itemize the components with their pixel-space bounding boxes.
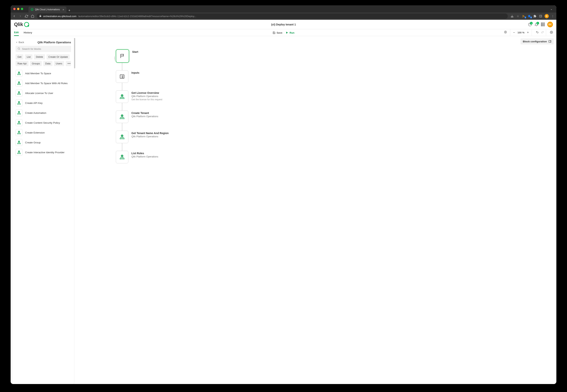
traffic-lights	[13, 8, 23, 10]
window-maximize[interactable]	[21, 8, 23, 10]
flow-node[interactable]: Get License Overview Qlik Platform Opera…	[116, 90, 169, 103]
node-box[interactable]	[116, 70, 128, 83]
flow-node[interactable]: List Roles Qlik Platform Operations	[116, 151, 169, 163]
node-box[interactable]	[116, 151, 128, 163]
chip-raw-api[interactable]: Raw Api	[15, 61, 28, 66]
node-title: Create Tenant	[131, 111, 158, 115]
block-label: Add Member To Space With All Roles	[25, 82, 68, 85]
flow-node[interactable]: Create Tenant Qlik Platform Operations	[116, 111, 169, 123]
url-domain: orchestration.eu.qlikcloud.com	[43, 15, 77, 18]
qpo-icon	[15, 149, 22, 156]
block-item[interactable]: Create Content Security Policy	[15, 118, 71, 128]
connector-line	[122, 103, 122, 111]
tab-strip: Qlik Cloud | Automations × +	[28, 5, 72, 13]
chip-create-or-update[interactable]: Create Or Update	[46, 54, 70, 59]
sidebar-title: Qlik Platform Operations	[37, 41, 71, 44]
canvas[interactable]: Block configuration ⋮⋮⋮⋮⋮⋮ Start Inputs …	[74, 36, 249, 172]
chip-users[interactable]: Users	[54, 61, 64, 66]
tab-favicon-icon	[31, 8, 33, 11]
tab-title: Qlik Cloud | Automations	[35, 8, 60, 11]
connector-line	[122, 123, 122, 131]
connector-line	[122, 63, 122, 70]
browser-tab-active[interactable]: Qlik Cloud | Automations ×	[28, 6, 67, 13]
app-toolbar: Edit History Save Run − 100 % +	[11, 29, 249, 36]
back-label: Back	[19, 41, 24, 44]
block-item[interactable]: Create Extension	[15, 128, 71, 138]
node-title: Start	[132, 50, 138, 54]
node-title: Get Tenant Name And Region	[131, 131, 169, 135]
chevron-left-icon	[15, 41, 18, 43]
block-label: Create Content Security Policy	[25, 121, 60, 124]
chip-more[interactable]: •••	[66, 61, 71, 66]
block-item[interactable]: Create Interactive Identity Provider	[15, 147, 71, 157]
new-tab-button[interactable]: +	[67, 9, 72, 13]
chip-list[interactable]: List	[25, 54, 32, 59]
node-title: Inputs	[131, 71, 139, 74]
block-item[interactable]: Add Member To Space With All Roles	[15, 78, 71, 88]
qpo-icon	[15, 90, 22, 97]
address-bar[interactable]: orchestration.eu.qlikcloud.com/automatio…	[37, 14, 249, 19]
block-list[interactable]: Add Member To Space Add Member To Space …	[13, 68, 74, 172]
nav-back-icon[interactable]	[13, 14, 16, 18]
block-label: Add Member To Space	[25, 72, 51, 75]
flow-node[interactable]: Get Tenant Name And Region Qlik Platform…	[116, 131, 169, 143]
nav-forward-icon[interactable]	[19, 14, 22, 18]
url-path: /automations/editor/36e3cdc0-d94c-11ed-b…	[78, 15, 196, 18]
search-input[interactable]	[15, 46, 71, 52]
block-item[interactable]: Create API Key	[15, 98, 71, 108]
lock-icon	[39, 15, 41, 18]
node-connector-label: Qlik Platform Operations	[131, 115, 158, 118]
qpo-icon	[15, 80, 22, 87]
node-title: List Roles	[131, 152, 158, 155]
chip-groups[interactable]: Groups	[30, 61, 42, 66]
back-button[interactable]: Back	[15, 41, 24, 44]
tab-edit[interactable]: Edit	[14, 29, 19, 36]
flow-node[interactable]: ⋮⋮⋮⋮⋮⋮ Start	[116, 49, 169, 63]
svg-point-8	[18, 48, 20, 49]
qpo-icon	[15, 99, 22, 106]
browser-window: Qlik Cloud | Automations × + ⌄ orchestra…	[11, 5, 249, 172]
block-label: Allocate License To User	[25, 92, 53, 95]
search-icon	[17, 47, 20, 51]
tab-close-icon[interactable]: ×	[62, 8, 64, 11]
node-info: Create Tenant Qlik Platform Operations	[131, 111, 158, 118]
qpo-icon	[15, 129, 22, 136]
node-info: Inputs	[131, 70, 139, 74]
nav-home-icon[interactable]	[31, 14, 34, 18]
filter-chips: Get List Delete Create Or Update Raw Api…	[13, 54, 74, 68]
window-close[interactable]	[13, 8, 15, 10]
node-box[interactable]	[116, 111, 128, 123]
node-title: Get License Overview	[131, 91, 162, 95]
node-box[interactable]	[116, 90, 128, 103]
node-box[interactable]	[116, 49, 129, 63]
chip-get[interactable]: Get	[15, 54, 23, 59]
block-label: Create Interactive Identity Provider	[25, 151, 65, 154]
window-minimize[interactable]	[17, 8, 19, 10]
tab-history[interactable]: History	[24, 29, 32, 36]
qpo-icon	[15, 119, 22, 126]
sidebar-header: Back Qlik Platform Operations	[13, 38, 74, 46]
qpo-icon	[15, 70, 22, 77]
block-label: Create Automation	[25, 112, 46, 114]
chip-delete[interactable]: Delete	[34, 54, 45, 59]
view-tabs: Edit History	[14, 29, 32, 36]
node-info: Start	[132, 49, 138, 54]
flow-node[interactable]: Inputs	[116, 70, 169, 83]
block-item[interactable]: Create Group	[15, 138, 71, 147]
nav-reload-icon[interactable]	[25, 14, 28, 18]
block-item[interactable]: Allocate License To User	[15, 88, 71, 98]
sidebar-panel: Back Qlik Platform Operations Get List D…	[13, 38, 74, 172]
block-item[interactable]: Create Automation	[15, 108, 71, 118]
chip-data[interactable]: Data	[43, 61, 52, 66]
node-connector-label: Qlik Platform Operations	[131, 135, 169, 138]
connector-line	[122, 83, 122, 90]
search-wrap	[15, 46, 71, 52]
svg-line-9	[19, 49, 20, 50]
node-box[interactable]	[116, 131, 128, 143]
app-header: Qlik (ct) Deploy tenant 1 1 1 DC	[11, 20, 249, 29]
logo-text: Qlik	[14, 21, 23, 27]
browser-titlebar: Qlik Cloud | Automations × + ⌄	[11, 5, 249, 13]
node-info: Get License Overview Qlik Platform Opera…	[131, 90, 162, 101]
block-item[interactable]: Add Member To Space	[15, 68, 71, 78]
qlik-logo[interactable]: Qlik	[14, 21, 29, 27]
